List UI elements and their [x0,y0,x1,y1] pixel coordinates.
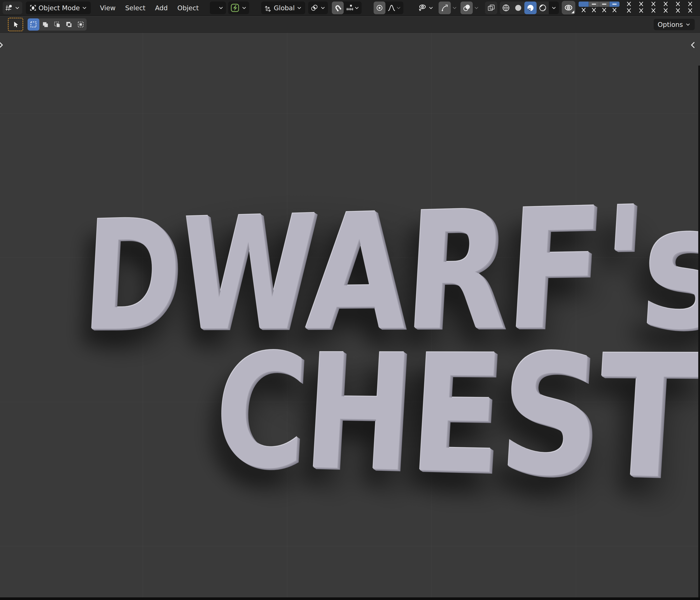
chevron-down-icon [551,5,557,11]
chevron-down-icon [320,5,326,11]
select-box-tool-button[interactable] [8,18,23,31]
select-mode-subtract[interactable] [51,18,63,31]
menu-add[interactable]: Add [150,4,173,12]
toggle-button-1[interactable] [579,2,589,7]
tool-settings-bar: Options [0,17,700,33]
select-difference-icon [65,21,73,28]
chevron-down-icon [428,5,434,11]
editor-bottom-edge [0,597,700,600]
visibility-eye-icon [418,3,426,12]
sidebar-expand-arrow[interactable] [689,41,697,49]
header-menus: View Select Add Object [95,4,204,12]
transform-orientation-dropdown[interactable]: Global [261,2,305,14]
select-extend-icon [42,21,49,28]
rendered-sphere-icon [538,3,547,12]
shading-wireframe-button[interactable] [500,2,512,14]
snap-toggle[interactable] [332,2,344,14]
global-axes-icon [264,4,272,12]
toolbar-expand-arrow[interactable] [0,41,5,49]
editor-type-button[interactable] [3,2,22,14]
xray-squares-icon [487,4,495,12]
toggle-button-2[interactable] [589,2,599,7]
green-lightning-tool-icon [230,3,240,12]
shading-mode-group [500,2,559,14]
overlay-eye-button[interactable] [562,1,575,15]
header-right-cluster [562,0,695,16]
shading-dropdown[interactable] [549,2,559,14]
chevron-down-icon [354,5,359,11]
minus-icon [602,4,606,5]
select-mode-intersect[interactable] [75,18,86,31]
shading-material-preview-button[interactable] [524,2,536,14]
missing-icon-x[interactable] [675,1,681,7]
missing-icon-x[interactable] [638,7,645,14]
falloff-bell-curve-icon [388,4,396,12]
chevron-down-icon [218,5,224,11]
viewport-header: Object Mode View Select Add Object Globa… [0,0,700,16]
select-subtract-icon [53,21,61,28]
minus-icon [612,4,617,5]
missing-icon-x[interactable] [611,7,618,13]
missing-icon-x[interactable] [626,1,632,7]
menu-view[interactable]: View [95,4,120,12]
options-button[interactable]: Options [654,19,695,30]
missing-icon-x[interactable] [580,7,587,13]
chevron-down-icon [452,5,457,11]
object-mode-icon [29,4,37,11]
stone-text-object[interactable]: DWARF's CHEST [88,186,700,500]
gizmos-toggle[interactable] [439,2,451,14]
chevron-down-icon [296,5,302,11]
proportional-falloff-dropdown[interactable] [385,2,403,14]
missing-icon-x[interactable] [687,7,694,14]
mode-selector-dropdown[interactable]: Object Mode [26,2,91,14]
pivot-point-dropdown[interactable] [308,2,328,14]
overlays-toggle[interactable] [460,2,473,14]
xray-toggle[interactable] [485,2,497,14]
select-mode-extend[interactable] [40,18,51,31]
missing-icon-x[interactable] [675,7,681,14]
toggle-button-3[interactable] [599,2,609,7]
mode-label: Object Mode [39,4,80,12]
missing-icon-x[interactable] [662,7,669,14]
snap-increment-icon [346,4,354,12]
wireframe-sphere-icon [502,3,510,12]
addon-tool-dropdown[interactable] [228,2,249,14]
magnet-icon [334,4,342,12]
snap-target-dropdown[interactable] [344,2,361,14]
3d-viewport-icon [5,4,13,12]
chevron-down-icon [474,5,479,11]
select-mode-difference[interactable] [63,18,75,31]
object-visibility-dropdown[interactable] [416,2,436,14]
missing-icon-x[interactable] [626,7,632,14]
cursor-arrow-icon [12,21,19,28]
menu-object[interactable]: Object [173,4,204,12]
pivot-point-icon [310,4,318,12]
chevron-down-icon [396,5,401,11]
missing-icon-x[interactable] [662,1,669,7]
tool-fallback-dropdown[interactable] [210,2,226,14]
missing-icon-x[interactable] [591,7,597,13]
missing-icon-columns [624,1,695,14]
missing-icon-x[interactable] [638,1,645,7]
proportional-editing-group [374,2,403,14]
proportional-circle-icon [376,4,383,12]
material-preview-sphere-icon [526,3,535,12]
snapping-group [332,2,361,14]
viewport-3d[interactable]: DWARF's CHEST [0,33,700,597]
missing-icon-x[interactable] [650,7,657,14]
menu-select[interactable]: Select [120,4,150,12]
missing-icon-x[interactable] [650,1,657,7]
chevron-down-icon [241,5,247,11]
proportional-editing-toggle[interactable] [374,2,385,14]
toggle-button-4[interactable] [609,2,620,7]
select-mode-set[interactable] [28,18,40,31]
shading-rendered-button[interactable] [536,2,549,14]
missing-icon-x[interactable] [687,1,694,7]
options-label: Options [657,21,683,28]
overlays-circles-icon [462,4,471,12]
missing-icon-x[interactable] [601,7,607,13]
editor-right-edge [698,66,700,597]
solid-sphere-icon [514,3,523,12]
stone-text-line2[interactable]: CHEST [212,343,700,495]
shading-solid-button[interactable] [512,2,524,14]
